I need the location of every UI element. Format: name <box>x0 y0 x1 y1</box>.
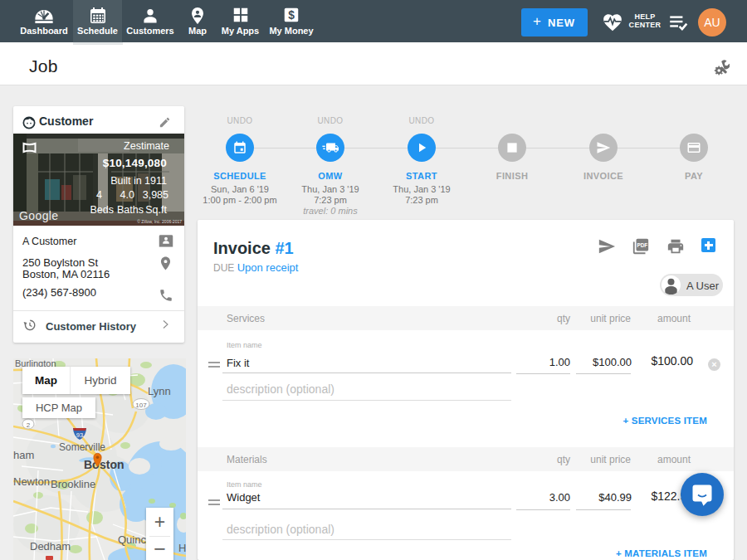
svg-text:$: $ <box>288 9 295 22</box>
svg-text:107: 107 <box>135 402 147 409</box>
svg-text:Somerville: Somerville <box>59 441 105 453</box>
svg-text:93: 93 <box>76 431 83 439</box>
svg-text:Hi: Hi <box>178 542 186 554</box>
svg-text:Newton: Newton <box>13 475 50 488</box>
svg-text:Lynn: Lynn <box>148 385 171 397</box>
svg-text:ston: ston <box>100 458 124 471</box>
svg-text:Brookline: Brookline <box>51 478 95 490</box>
svg-text:PDF: PDF <box>637 242 647 248</box>
svg-text:Dedham: Dedham <box>30 540 71 553</box>
svg-text:2: 2 <box>27 421 31 429</box>
svg-text:ham: ham <box>13 449 34 461</box>
